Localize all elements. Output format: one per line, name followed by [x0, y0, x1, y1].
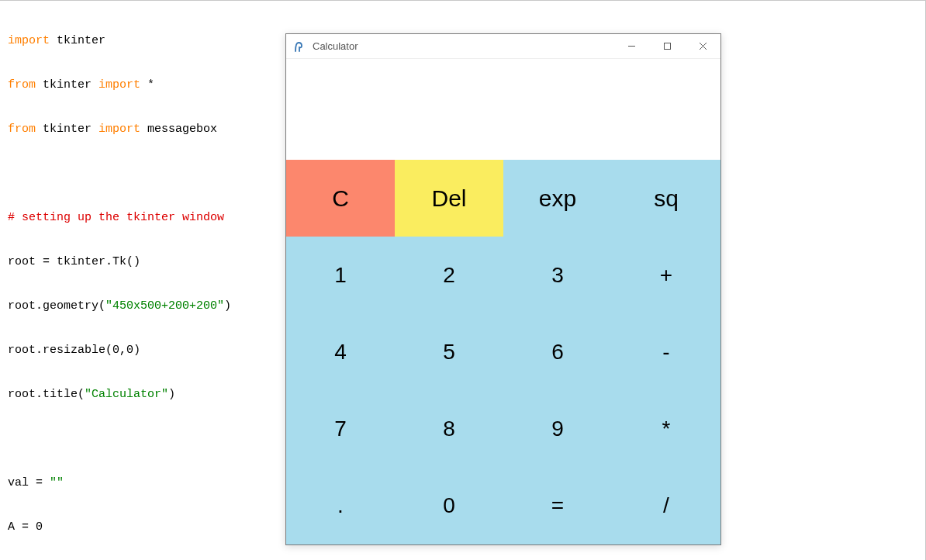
calculator-display — [286, 59, 720, 160]
digit-5-button[interactable]: 5 — [395, 313, 503, 390]
code-a: A = 0 — [8, 520, 43, 534]
calculator-window: Calculator C Del exp sq 1 2 3 + 4 5 6 - — [285, 33, 721, 545]
equals-button[interactable]: = — [503, 468, 612, 544]
id-tkinter: tkinter — [57, 34, 105, 47]
kw-from: from — [8, 78, 36, 92]
kw-import3: import — [98, 123, 140, 136]
digit-0-button[interactable]: 0 — [395, 468, 503, 544]
button-grid: C Del exp sq 1 2 3 + 4 5 6 - 7 8 9 * . 0… — [286, 160, 720, 544]
square-button[interactable]: sq — [612, 160, 720, 237]
titlebar[interactable]: Calculator — [286, 34, 720, 59]
digit-1-button[interactable]: 1 — [286, 237, 395, 313]
digit-8-button[interactable]: 8 — [395, 391, 503, 468]
code-val-a: val = — [8, 476, 50, 489]
code-resiz: root.resizable(0,0) — [8, 344, 140, 357]
clear-button[interactable]: C — [286, 160, 395, 237]
code-root1: root = tkinter.Tk() — [8, 255, 140, 268]
code-title-b: ) — [168, 388, 175, 401]
minimize-button[interactable] — [613, 34, 649, 59]
code-geo-a: root.geometry( — [8, 299, 105, 313]
code-title-a: root.title( — [8, 388, 85, 401]
digit-6-button[interactable]: 6 — [503, 313, 612, 390]
id-tk: tkinter — [43, 78, 92, 92]
code-val-s: "" — [50, 476, 64, 489]
id-star: * — [147, 78, 154, 92]
plus-button[interactable]: + — [612, 237, 720, 313]
multiply-button[interactable]: * — [612, 391, 720, 468]
exp-button[interactable]: exp — [503, 160, 612, 237]
maximize-button[interactable] — [649, 34, 685, 59]
digit-4-button[interactable]: 4 — [286, 313, 395, 390]
digit-9-button[interactable]: 9 — [503, 391, 612, 468]
python-tk-icon — [286, 41, 311, 52]
id-tk2: tkinter — [43, 123, 92, 136]
minus-button[interactable]: - — [612, 313, 720, 390]
code-title-s: "Calculator" — [85, 388, 168, 401]
digit-2-button[interactable]: 2 — [395, 237, 503, 313]
comment-setup: # setting up the tkinter window — [8, 211, 224, 224]
kw-from2: from — [8, 123, 36, 136]
kw-import: import — [8, 34, 50, 47]
delete-button[interactable]: Del — [395, 160, 503, 237]
window-title: Calculator — [311, 40, 613, 52]
digit-7-button[interactable]: 7 — [286, 391, 395, 468]
kw-import2: import — [98, 78, 140, 92]
divide-button[interactable]: / — [612, 468, 720, 544]
decimal-button[interactable]: . — [286, 468, 395, 544]
id-msgbox: messagebox — [147, 123, 217, 136]
code-geo-s: "450x500+200+200" — [105, 299, 224, 313]
code-geo-b: ) — [224, 299, 231, 313]
svg-rect-1 — [664, 43, 670, 50]
close-button[interactable] — [685, 34, 720, 59]
digit-3-button[interactable]: 3 — [503, 237, 612, 313]
